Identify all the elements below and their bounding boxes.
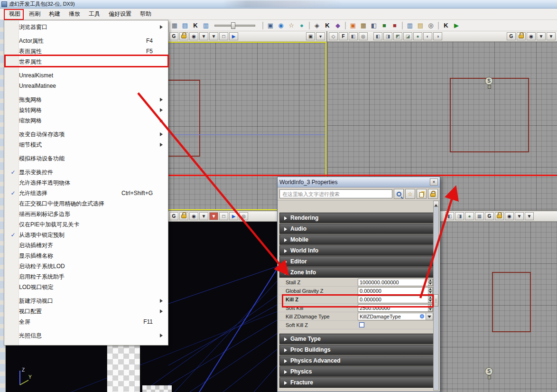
camera-lock-icon[interactable]: ▼ <box>515 212 524 220</box>
favorites-star-icon[interactable]: ☆ <box>287 21 296 30</box>
lock-viewport-icon[interactable] <box>517 32 526 40</box>
lock-viewport-icon[interactable] <box>179 32 188 40</box>
lock-viewport-icon[interactable] <box>495 212 504 220</box>
kismet-debugger-icon[interactable]: K <box>441 21 451 30</box>
menu-view[interactable]: 视图 <box>5 8 25 20</box>
content-browser-icon[interactable]: ▥ <box>201 21 211 30</box>
brush-wireframe-mode-icon[interactable]: ◨ <box>455 212 464 220</box>
spin-down-icon[interactable] <box>428 282 433 286</box>
menu-item-scale-grid[interactable]: 缩放网格 <box>4 115 168 126</box>
package-icon[interactable]: ▤ <box>416 21 425 30</box>
light-actor-sprite[interactable]: S <box>485 367 493 375</box>
menu-brush[interactable]: 画刷 <box>25 8 45 20</box>
detail-lighting-icon[interactable]: ● <box>413 32 422 40</box>
eye-icon[interactable]: ◉ <box>189 212 198 220</box>
menu-item-autosave-options[interactable]: 改变自动保存选项 <box>4 129 168 140</box>
properties-title-bar[interactable]: WorldInfo_3 Properties × <box>278 177 440 187</box>
menu-item-fullscreen[interactable]: 全屏 F11 <box>4 317 168 327</box>
category-mobile[interactable]: Mobile <box>279 234 434 245</box>
property-value-field[interactable]: 2500.000000 <box>358 304 433 312</box>
copy-button[interactable] <box>417 189 427 199</box>
scroll-thumb[interactable] <box>434 294 438 307</box>
monitor-icon[interactable]: ▥ <box>405 21 415 30</box>
property-row-soft-kill-z[interactable]: Soft Kill Z <box>279 321 434 329</box>
menu-preferences[interactable]: 偏好设置 <box>104 8 136 20</box>
combo-dropdown-button[interactable] <box>426 313 433 320</box>
game-view-button[interactable]: G <box>169 212 178 220</box>
game-view-button[interactable]: G <box>485 212 494 220</box>
wireframe-mode-icon[interactable]: ◧ <box>445 212 454 220</box>
eye-icon[interactable]: ◉ <box>527 32 536 40</box>
menu-item-surface-properties[interactable]: 表面属性 F5 <box>4 46 168 56</box>
camera-icon[interactable]: ◎ <box>426 21 436 30</box>
property-value-field[interactable]: 0.000000 <box>358 287 433 295</box>
viewport-config-icon[interactable]: ▣ <box>266 21 275 30</box>
menu-tools[interactable]: 工具 <box>84 8 104 20</box>
menu-item-lock-prefabs-from-selection[interactable]: ✓ 从选项中锁定预制 <box>4 230 168 240</box>
menu-item-viewport-configuration[interactable]: 视口配置 <box>4 306 168 317</box>
spin-up-icon[interactable] <box>428 305 433 308</box>
building-brush-icon[interactable]: ▦ <box>359 21 368 30</box>
play-in-viewport-icon[interactable]: ▶ <box>229 212 238 220</box>
category-fracture[interactable]: Fracture <box>279 377 434 388</box>
category-proc-buildings[interactable]: Proc Buildings <box>279 345 434 355</box>
cube-icon[interactable]: ◧ <box>349 32 358 40</box>
camera-lock-icon[interactable]: ▼ <box>537 32 546 40</box>
brush-wireframe-mode-icon[interactable]: ◨ <box>383 32 392 40</box>
value-spinner[interactable] <box>428 305 433 311</box>
property-value-field[interactable] <box>358 321 433 329</box>
lock-viewport-icon[interactable] <box>179 212 188 220</box>
camera-lock-icon[interactable]: ▼ <box>199 32 208 40</box>
matinee-icon[interactable]: ◆ <box>333 21 343 30</box>
world-properties-icon[interactable]: ● <box>297 21 306 30</box>
actor-lock-icon[interactable]: ▼ <box>547 32 556 40</box>
kismet-icon[interactable]: K <box>191 21 200 30</box>
category-physics[interactable]: Physics <box>279 366 434 377</box>
content-picture-icon[interactable]: ▣ <box>348 21 358 30</box>
category-editor[interactable]: Editor <box>279 256 434 267</box>
menu-item-actor-properties[interactable]: Actor属性 F4 <box>4 36 168 46</box>
property-row-global-gravity-z[interactable]: Global Gravity Z 0.000000 <box>279 287 434 295</box>
lock-button[interactable] <box>428 189 438 199</box>
menu-item-unreal-matinee[interactable]: UnrealMatinee <box>4 81 168 91</box>
value-spinner[interactable] <box>428 296 433 303</box>
kismet-open-icon[interactable]: K <box>323 21 332 30</box>
value-spinner[interactable] <box>428 288 433 294</box>
unlit-mode-icon[interactable]: ◩ <box>393 32 402 40</box>
menu-item-show-transform-widget[interactable]: ✓ 显示变换控件 <box>4 167 168 177</box>
menu-help[interactable]: 帮助 <box>136 8 156 20</box>
spin-down-icon[interactable] <box>428 308 433 311</box>
play-in-editor-icon[interactable]: ▶ <box>452 21 461 30</box>
camera-speed-slider[interactable] <box>214 25 255 27</box>
properties-scrollbar[interactable] <box>433 201 439 391</box>
light-actor-sprite[interactable]: S <box>485 77 493 85</box>
browser-windows-icon[interactable]: ▤ <box>180 21 190 30</box>
search-input[interactable] <box>279 189 392 198</box>
actor-lock-icon[interactable]: ▼ <box>209 212 218 220</box>
menu-item-allow-translucent-selection[interactable]: 允许选择半透明物体 <box>4 177 168 188</box>
geometry-mode-icon[interactable]: ◧ <box>369 21 379 30</box>
fullscreen-icon[interactable]: ▦ <box>170 21 179 30</box>
value-spinner[interactable] <box>428 279 433 286</box>
menu-item-new-floating-viewport[interactable]: 新建浮动视口 <box>4 296 168 306</box>
menu-item-lighting-info[interactable]: 光照信息 <box>4 330 168 341</box>
menu-item-particle-system-lod[interactable]: 启动粒子系统LOD <box>4 261 168 271</box>
lit-mode-icon[interactable]: ● <box>465 212 474 220</box>
camera-icon[interactable]: ◎ <box>359 32 368 40</box>
splitter-diamond-icon[interactable]: ◇ <box>329 32 338 40</box>
property-row-stall-z[interactable]: Stall Z 1000000.000000 <box>279 278 434 287</box>
menu-build[interactable]: 构建 <box>45 8 65 20</box>
scroll-up-button[interactable] <box>434 201 438 207</box>
grid-icon[interactable]: ▦ <box>475 212 484 220</box>
category-zone-info[interactable]: Zone Info <box>279 267 434 278</box>
menu-item-socket-snapping[interactable]: 启动插槽对齐 <box>4 240 168 251</box>
menu-item-lod-viewport-lock[interactable]: LOD视口锁定 <box>4 282 168 292</box>
maximize-viewport-icon[interactable]: □ <box>219 212 228 220</box>
property-value-field[interactable]: 0.000000 <box>358 296 433 303</box>
game-view-button[interactable]: G <box>507 32 516 40</box>
slider-handle[interactable] <box>231 22 235 29</box>
menu-item-browser-windows[interactable]: 浏览器窗口 <box>4 22 168 32</box>
menu-item-pie-load-visible-levels[interactable]: 仅在PIE中加载可见关卡 <box>4 219 168 230</box>
menu-item-world-properties[interactable]: 世界属性 <box>4 56 168 67</box>
menu-item-show-socket-names[interactable]: 显示插槽名称 <box>4 251 168 261</box>
